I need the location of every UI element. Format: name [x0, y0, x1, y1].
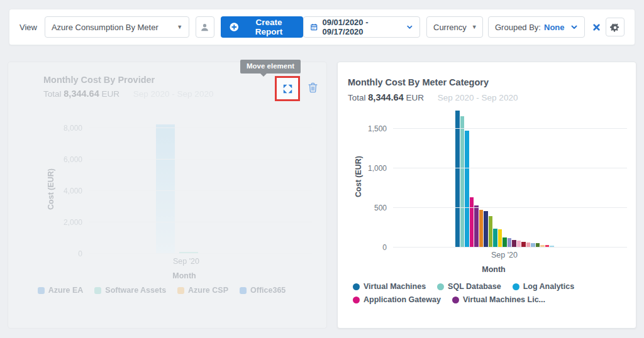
bar-application-gateway[interactable]	[470, 197, 474, 247]
bar-series[interactable]	[498, 229, 502, 247]
trash-icon	[308, 82, 318, 94]
meter-category-legend: Virtual MachinesSQL DatabaseLog Analytic…	[353, 282, 586, 308]
bar-series[interactable]	[489, 216, 493, 247]
currency-select[interactable]: Currency ▼	[426, 16, 483, 38]
gridline	[393, 247, 627, 248]
legend-label: Software Assets	[105, 286, 166, 295]
legend-swatch-icon	[177, 287, 184, 294]
legend-item-virtual-machines[interactable]: Virtual Machines	[353, 282, 426, 291]
bars	[156, 124, 198, 253]
total-label: Total	[43, 89, 62, 99]
legend-item-azure-csp[interactable]: Azure CSP	[177, 286, 228, 295]
tooltip-arrow	[260, 74, 267, 77]
bar-series[interactable]	[484, 211, 488, 247]
bar-sql-database[interactable]	[460, 116, 465, 247]
x-axis-title: Month	[172, 271, 196, 280]
legend-row: Azure EASoftware AssetsAzure CSPOffice36…	[8, 286, 326, 295]
bar-azure-ea[interactable]	[156, 124, 175, 253]
gridline	[89, 222, 312, 222]
widget-title: Monthly Cost By Provider	[43, 75, 155, 85]
legend-label: Virtual Machines	[364, 282, 426, 291]
grouped-by-select[interactable]: Grouped By: None	[488, 16, 585, 38]
bar-series[interactable]	[479, 210, 484, 247]
calendar-icon	[310, 23, 318, 31]
meter-category-chart: Cost (EUR) Sep '20 Month 05001,0001,500	[393, 106, 627, 248]
view-select-value: Azure Consumption By Meter	[52, 23, 158, 32]
provider-chart: Cost (EUR) Sep '20 Month 02,0004,0006,00…	[89, 125, 312, 254]
caret-down-icon: ▼	[467, 24, 477, 30]
y-tick-label: 1,500	[348, 124, 387, 133]
bar-series[interactable]	[521, 242, 526, 247]
currency-select-value: Currency	[433, 23, 467, 32]
x-tick: Sep '20	[491, 251, 518, 259]
toolbar: View Azure Consumption By Meter ▼ Create…	[9, 9, 635, 45]
widget-meter-category-panel[interactable]: Monthly Cost By Meter Category Total 8,3…	[337, 62, 636, 329]
legend-item-software-assets[interactable]: Software Assets	[94, 286, 166, 295]
grouped-by-value: None	[544, 23, 565, 32]
delete-widget-button[interactable]	[308, 82, 318, 94]
view-select[interactable]: Azure Consumption By Meter ▼	[45, 16, 189, 38]
y-tick-label: 6,000	[43, 155, 82, 164]
provider-legend: Azure EASoftware AssetsAzure CSPOffice36…	[8, 286, 326, 299]
x-tick: Sep '20	[173, 257, 199, 266]
gear-icon	[610, 22, 620, 32]
bar-series[interactable]	[517, 241, 521, 247]
close-icon[interactable]	[592, 23, 601, 31]
gridline	[393, 168, 627, 168]
y-tick-label: 8,000	[43, 124, 82, 133]
date-range-picker[interactable]: 09/01/2020 - 09/17/2020	[303, 16, 420, 38]
y-tick-label: 4,000	[43, 187, 82, 195]
create-report-button[interactable]: Create Report	[221, 16, 303, 38]
widget-subtitle: Total 8,344.64 EUR Sep 2020 - Sep 2020	[43, 89, 213, 99]
widget-provider-panel[interactable]: Monthly Cost By Provider Total 8,344.64 …	[8, 62, 327, 329]
legend-swatch-icon	[353, 297, 360, 303]
grouped-by-label: Grouped By:	[495, 23, 541, 32]
create-report-label: Create Report	[243, 18, 294, 36]
bar-series[interactable]	[512, 240, 516, 247]
bar-series[interactable]	[502, 237, 507, 247]
gridline	[89, 159, 312, 160]
legend-item-application-gateway[interactable]: Application Gateway	[353, 295, 441, 304]
total-value: 8,344.64	[64, 89, 99, 99]
legend-item-office365[interactable]: Office365	[240, 286, 286, 295]
bar-virtual-machines-lic-[interactable]	[474, 205, 479, 247]
legend-label: Office365	[250, 286, 286, 295]
y-tick-label: 500	[348, 204, 387, 212]
view-label: View	[19, 23, 37, 32]
bar-series[interactable]	[508, 238, 512, 247]
legend-swatch-icon	[94, 287, 101, 294]
widget-subtitle: Total 8,344.64 EUR Sep 2020 - Sep 2020	[348, 92, 518, 102]
period-label: Sep 2020 - Sep 2020	[438, 93, 518, 102]
bar-series[interactable]	[526, 243, 531, 247]
bar-series[interactable]	[493, 229, 497, 247]
user-button[interactable]	[196, 16, 214, 38]
legend-item-sql-database[interactable]: SQL Database	[437, 282, 501, 291]
move-element-tooltip: Move element	[240, 60, 301, 74]
widget-title: Monthly Cost By Meter Category	[348, 77, 489, 87]
legend-swatch-icon	[240, 287, 247, 294]
gridline	[393, 128, 627, 129]
legend-label: Virtual Machines Lic...	[463, 295, 545, 304]
legend-label: Log Analytics	[523, 282, 575, 291]
toolbar-right-group: 09/01/2020 - 09/17/2020 Currency ▼ Group…	[303, 16, 625, 38]
legend-item-azure-ea[interactable]: Azure EA	[38, 286, 84, 295]
bar-virtual-machines[interactable]	[455, 111, 460, 247]
legend-swatch-icon	[353, 283, 360, 290]
legend-item-virtual-machines-lic-[interactable]: Virtual Machines Lic...	[452, 295, 545, 304]
move-icon	[282, 83, 294, 95]
y-tick-label: 0	[348, 243, 387, 252]
legend-label: Azure CSP	[188, 286, 228, 295]
legend-label: SQL Database	[448, 282, 501, 291]
bars	[455, 111, 554, 247]
y-tick-label: 0	[43, 249, 82, 258]
x-axis-title: Month	[482, 265, 505, 274]
move-element-button[interactable]	[275, 76, 300, 101]
settings-button[interactable]	[606, 18, 625, 36]
chevron-down-icon	[570, 23, 578, 31]
legend-item-log-analytics[interactable]: Log Analytics	[513, 282, 575, 291]
gridline	[89, 128, 312, 128]
bar-log-analytics[interactable]	[465, 131, 469, 247]
total-label: Total	[348, 93, 366, 102]
gridline	[89, 253, 312, 254]
legend-swatch-icon	[452, 297, 459, 303]
